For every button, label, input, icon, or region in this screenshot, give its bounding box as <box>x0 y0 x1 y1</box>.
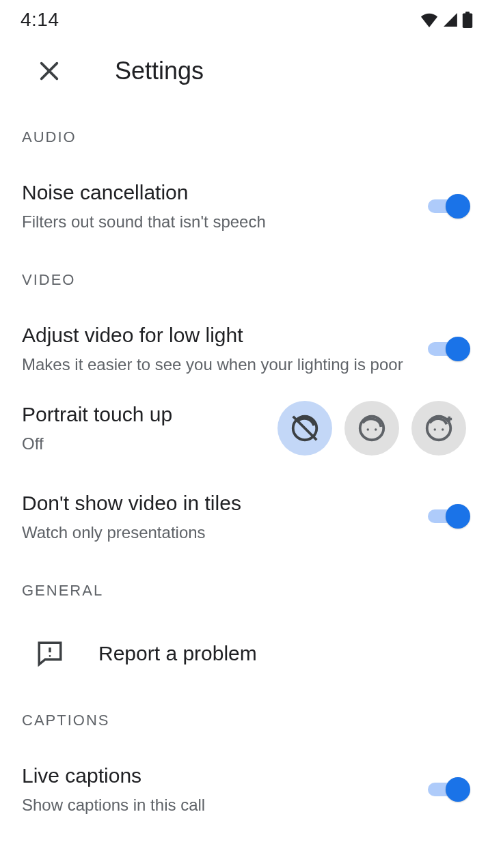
live-captions-title: Live captions <box>22 762 414 789</box>
section-video: VIDEO Adjust video for low light Makes i… <box>0 271 488 561</box>
portrait-title: Portrait touch up <box>22 401 264 428</box>
toggle-thumb <box>446 777 470 802</box>
svg-point-7 <box>434 428 436 430</box>
low-light-subtitle: Makes it easier to see you when your lig… <box>22 354 414 376</box>
section-header-general: GENERAL <box>22 582 466 600</box>
report-problem-label: Report a problem <box>98 642 257 665</box>
row-text: Adjust video for low light Makes it easi… <box>22 322 414 376</box>
row-report-problem[interactable]: Report a problem <box>22 620 466 691</box>
face-sparkle-icon <box>423 412 455 444</box>
svg-point-4 <box>367 428 369 430</box>
close-icon <box>38 59 61 83</box>
settings-screen: 4:14 Settings AUDIO Noise cancellation <box>0 0 488 868</box>
cellular-icon <box>443 12 458 27</box>
face-retouch-off-icon <box>289 412 321 444</box>
section-captions: CAPTIONS Live captions Show captions in … <box>0 712 488 823</box>
status-icons <box>420 12 473 28</box>
noise-cancellation-title: Noise cancellation <box>22 179 414 206</box>
section-header-audio: AUDIO <box>22 128 466 146</box>
portrait-option-smoothing[interactable] <box>411 401 466 456</box>
section-header-captions: CAPTIONS <box>22 712 466 729</box>
live-captions-subtitle: Show captions in this call <box>22 794 414 816</box>
noise-cancellation-subtitle: Filters out sound that isn't speech <box>22 211 414 233</box>
svg-rect-1 <box>465 12 470 14</box>
svg-point-10 <box>49 655 51 657</box>
face-icon <box>356 412 388 444</box>
row-low-light[interactable]: Adjust video for low light Makes it easi… <box>22 309 466 393</box>
row-hide-video-tiles[interactable]: Don't show video in tiles Watch only pre… <box>22 477 466 561</box>
row-text: Live captions Show captions in this call <box>22 762 414 816</box>
status-time: 4:14 <box>21 9 59 31</box>
hide-tiles-toggle[interactable] <box>428 504 466 529</box>
portrait-option-subtle[interactable] <box>344 401 399 456</box>
toggle-thumb <box>446 337 470 361</box>
header: Settings <box>0 37 488 108</box>
portrait-options <box>277 401 466 456</box>
portrait-value: Off <box>22 433 264 455</box>
row-text: Noise cancellation Filters out sound tha… <box>22 179 414 233</box>
section-general: GENERAL Report a problem <box>0 582 488 691</box>
noise-cancellation-toggle[interactable] <box>428 194 466 219</box>
hide-tiles-title: Don't show video in tiles <box>22 490 414 516</box>
toggle-thumb <box>446 504 470 529</box>
svg-rect-0 <box>463 13 472 28</box>
row-portrait-touch-up: Portrait touch up Off <box>22 394 466 477</box>
section-header-video: VIDEO <box>22 271 466 289</box>
row-noise-cancellation[interactable]: Noise cancellation Filters out sound tha… <box>22 167 466 251</box>
svg-point-8 <box>442 428 444 430</box>
svg-point-5 <box>375 428 377 430</box>
status-bar: 4:14 <box>0 0 488 37</box>
wifi-icon <box>420 12 439 27</box>
feedback-icon <box>36 639 64 668</box>
portrait-option-off[interactable] <box>277 401 332 456</box>
section-audio: AUDIO Noise cancellation Filters out sou… <box>0 128 488 251</box>
row-text: Portrait touch up Off <box>22 401 264 455</box>
toggle-thumb <box>446 194 470 219</box>
low-light-title: Adjust video for low light <box>22 322 414 348</box>
battery-icon <box>462 12 473 28</box>
low-light-toggle[interactable] <box>428 337 466 361</box>
live-captions-toggle[interactable] <box>428 777 466 802</box>
hide-tiles-subtitle: Watch only presentations <box>22 522 414 544</box>
row-text: Don't show video in tiles Watch only pre… <box>22 490 414 544</box>
page-title: Settings <box>115 57 204 85</box>
close-button[interactable] <box>34 56 64 86</box>
row-live-captions[interactable]: Live captions Show captions in this call <box>22 750 466 823</box>
